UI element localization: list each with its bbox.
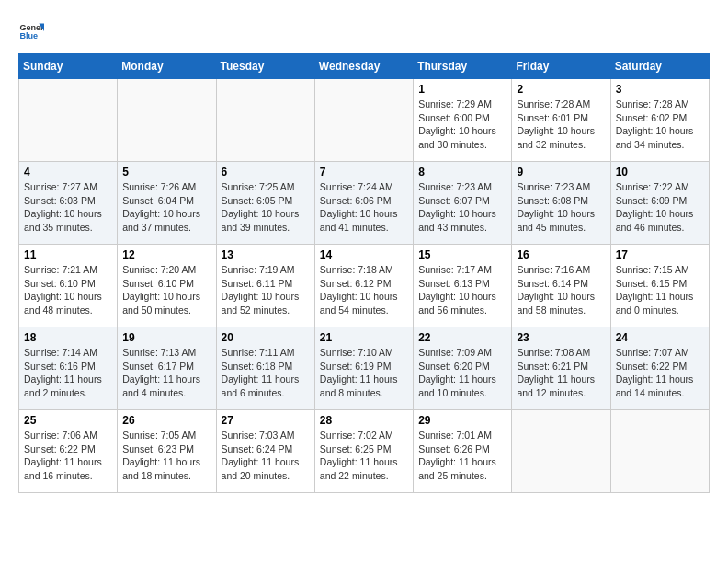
calendar-week-row: 11Sunrise: 7:21 AM Sunset: 6:10 PM Dayli… <box>19 245 710 327</box>
day-detail: Sunrise: 7:01 AM Sunset: 6:26 PM Dayligh… <box>418 429 506 483</box>
day-detail: Sunrise: 7:18 AM Sunset: 6:12 PM Dayligh… <box>320 263 408 317</box>
calendar-cell: 16Sunrise: 7:16 AM Sunset: 6:14 PM Dayli… <box>512 245 610 327</box>
logo: General Blue <box>18 18 48 44</box>
day-number: 6 <box>222 166 310 178</box>
day-number: 29 <box>418 414 506 427</box>
day-detail: Sunrise: 7:27 AM Sunset: 6:03 PM Dayligh… <box>24 180 112 235</box>
calendar-cell: 13Sunrise: 7:19 AM Sunset: 6:11 PM Dayli… <box>216 245 314 327</box>
calendar-cell: 24Sunrise: 7:07 AM Sunset: 6:22 PM Dayli… <box>610 327 709 410</box>
calendar-week-row: 1Sunrise: 7:29 AM Sunset: 6:00 PM Daylig… <box>19 79 710 162</box>
weekday-header: Sunday <box>19 54 118 79</box>
calendar-cell: 17Sunrise: 7:15 AM Sunset: 6:15 PM Dayli… <box>610 245 709 327</box>
calendar-cell: 25Sunrise: 7:06 AM Sunset: 6:22 PM Dayli… <box>19 410 118 493</box>
calendar-cell: 4Sunrise: 7:27 AM Sunset: 6:03 PM Daylig… <box>19 162 118 245</box>
day-detail: Sunrise: 7:21 AM Sunset: 6:10 PM Dayligh… <box>24 263 112 317</box>
day-number: 4 <box>24 166 112 178</box>
day-number: 14 <box>320 248 408 261</box>
day-number: 12 <box>122 248 210 261</box>
day-number: 16 <box>517 248 605 261</box>
calendar-cell: 27Sunrise: 7:03 AM Sunset: 6:24 PM Dayli… <box>216 410 314 493</box>
weekday-header: Saturday <box>610 54 709 79</box>
day-detail: Sunrise: 7:25 AM Sunset: 6:05 PM Dayligh… <box>222 180 310 235</box>
day-detail: Sunrise: 7:14 AM Sunset: 6:16 PM Dayligh… <box>24 346 112 400</box>
day-detail: Sunrise: 7:23 AM Sunset: 6:08 PM Dayligh… <box>517 180 605 235</box>
day-number: 10 <box>616 166 704 178</box>
day-number: 18 <box>24 331 112 344</box>
day-detail: Sunrise: 7:09 AM Sunset: 6:20 PM Dayligh… <box>418 346 506 400</box>
day-number: 19 <box>122 331 210 344</box>
day-number: 21 <box>320 331 408 344</box>
day-number: 5 <box>122 166 210 178</box>
day-number: 7 <box>320 166 408 178</box>
day-number: 28 <box>320 414 408 427</box>
day-number: 15 <box>418 248 506 261</box>
calendar-cell: 20Sunrise: 7:11 AM Sunset: 6:18 PM Dayli… <box>216 327 314 410</box>
page-header: General Blue <box>18 18 710 44</box>
day-number: 8 <box>418 166 506 178</box>
calendar-cell <box>19 79 118 162</box>
calendar-cell: 29Sunrise: 7:01 AM Sunset: 6:26 PM Dayli… <box>414 410 512 493</box>
day-detail: Sunrise: 7:08 AM Sunset: 6:21 PM Dayligh… <box>517 346 605 400</box>
day-detail: Sunrise: 7:05 AM Sunset: 6:23 PM Dayligh… <box>122 429 210 483</box>
calendar-cell: 19Sunrise: 7:13 AM Sunset: 6:17 PM Dayli… <box>118 327 216 410</box>
day-detail: Sunrise: 7:20 AM Sunset: 6:10 PM Dayligh… <box>122 263 210 317</box>
calendar-cell: 14Sunrise: 7:18 AM Sunset: 6:12 PM Dayli… <box>314 245 413 327</box>
calendar-cell: 22Sunrise: 7:09 AM Sunset: 6:20 PM Dayli… <box>414 327 512 410</box>
day-detail: Sunrise: 7:10 AM Sunset: 6:19 PM Dayligh… <box>320 346 408 400</box>
calendar-cell: 6Sunrise: 7:25 AM Sunset: 6:05 PM Daylig… <box>216 162 314 245</box>
calendar-week-row: 18Sunrise: 7:14 AM Sunset: 6:16 PM Dayli… <box>19 327 710 410</box>
day-number: 9 <box>517 166 605 178</box>
day-detail: Sunrise: 7:26 AM Sunset: 6:04 PM Dayligh… <box>122 180 210 235</box>
calendar-cell: 18Sunrise: 7:14 AM Sunset: 6:16 PM Dayli… <box>19 327 118 410</box>
day-number: 11 <box>24 248 112 261</box>
day-number: 1 <box>418 83 506 96</box>
calendar-cell: 23Sunrise: 7:08 AM Sunset: 6:21 PM Dayli… <box>512 327 610 410</box>
day-detail: Sunrise: 7:11 AM Sunset: 6:18 PM Dayligh… <box>222 346 310 400</box>
calendar-week-row: 25Sunrise: 7:06 AM Sunset: 6:22 PM Dayli… <box>19 410 710 493</box>
day-number: 3 <box>616 83 704 96</box>
day-detail: Sunrise: 7:07 AM Sunset: 6:22 PM Dayligh… <box>616 346 704 400</box>
svg-text:Blue: Blue <box>19 31 38 40</box>
day-detail: Sunrise: 7:15 AM Sunset: 6:15 PM Dayligh… <box>616 263 704 317</box>
day-detail: Sunrise: 7:24 AM Sunset: 6:06 PM Dayligh… <box>320 180 408 235</box>
calendar-cell: 28Sunrise: 7:02 AM Sunset: 6:25 PM Dayli… <box>314 410 413 493</box>
calendar-week-row: 4Sunrise: 7:27 AM Sunset: 6:03 PM Daylig… <box>19 162 710 245</box>
calendar-cell: 12Sunrise: 7:20 AM Sunset: 6:10 PM Dayli… <box>118 245 216 327</box>
calendar-cell: 11Sunrise: 7:21 AM Sunset: 6:10 PM Dayli… <box>19 245 118 327</box>
day-detail: Sunrise: 7:13 AM Sunset: 6:17 PM Dayligh… <box>122 346 210 400</box>
calendar-cell <box>610 410 709 493</box>
calendar-cell: 9Sunrise: 7:23 AM Sunset: 6:08 PM Daylig… <box>512 162 610 245</box>
weekday-header: Friday <box>512 54 610 79</box>
logo-icon: General Blue <box>18 18 44 44</box>
day-number: 22 <box>418 331 506 344</box>
day-number: 27 <box>222 414 310 427</box>
day-detail: Sunrise: 7:28 AM Sunset: 6:02 PM Dayligh… <box>616 98 704 152</box>
weekday-header: Wednesday <box>314 54 413 79</box>
calendar-cell: 3Sunrise: 7:28 AM Sunset: 6:02 PM Daylig… <box>610 79 709 162</box>
calendar-cell: 1Sunrise: 7:29 AM Sunset: 6:00 PM Daylig… <box>414 79 512 162</box>
calendar-cell <box>314 79 413 162</box>
day-number: 20 <box>222 331 310 344</box>
day-number: 13 <box>222 248 310 261</box>
calendar-table: SundayMondayTuesdayWednesdayThursdayFrid… <box>18 53 710 493</box>
day-detail: Sunrise: 7:28 AM Sunset: 6:01 PM Dayligh… <box>517 98 605 152</box>
day-detail: Sunrise: 7:29 AM Sunset: 6:00 PM Dayligh… <box>418 98 506 152</box>
day-number: 2 <box>517 83 605 96</box>
calendar-cell: 8Sunrise: 7:23 AM Sunset: 6:07 PM Daylig… <box>414 162 512 245</box>
calendar-cell: 15Sunrise: 7:17 AM Sunset: 6:13 PM Dayli… <box>414 245 512 327</box>
calendar-cell <box>216 79 314 162</box>
day-detail: Sunrise: 7:23 AM Sunset: 6:07 PM Dayligh… <box>418 180 506 235</box>
day-number: 24 <box>616 331 704 344</box>
calendar-cell: 26Sunrise: 7:05 AM Sunset: 6:23 PM Dayli… <box>118 410 216 493</box>
calendar-cell: 7Sunrise: 7:24 AM Sunset: 6:06 PM Daylig… <box>314 162 413 245</box>
calendar-cell <box>512 410 610 493</box>
day-number: 17 <box>616 248 704 261</box>
weekday-header: Monday <box>118 54 216 79</box>
calendar-cell: 10Sunrise: 7:22 AM Sunset: 6:09 PM Dayli… <box>610 162 709 245</box>
calendar-cell <box>118 79 216 162</box>
calendar-cell: 2Sunrise: 7:28 AM Sunset: 6:01 PM Daylig… <box>512 79 610 162</box>
day-detail: Sunrise: 7:17 AM Sunset: 6:13 PM Dayligh… <box>418 263 506 317</box>
day-detail: Sunrise: 7:19 AM Sunset: 6:11 PM Dayligh… <box>222 263 310 317</box>
day-detail: Sunrise: 7:02 AM Sunset: 6:25 PM Dayligh… <box>320 429 408 483</box>
day-number: 26 <box>122 414 210 427</box>
